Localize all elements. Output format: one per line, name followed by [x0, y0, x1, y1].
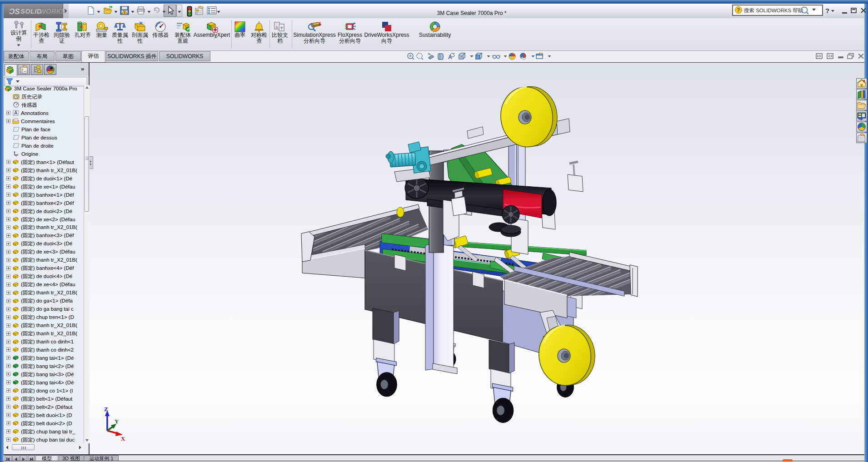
- svg-text:搜索 SOLIDWORKS 帮助: 搜索 SOLIDWORKS 帮助: [744, 8, 803, 13]
- svg-text:SOLID: SOLID: [20, 8, 42, 15]
- svg-text:WORKS: WORKS: [40, 8, 63, 15]
- svg-text:Y: Y: [115, 418, 119, 425]
- svg-text:=: =: [276, 25, 278, 30]
- svg-text:?: ?: [825, 7, 829, 15]
- svg-text:?: ?: [737, 7, 740, 13]
- svg-text:ƆS: ƆS: [9, 7, 20, 16]
- svg-text:Z: Z: [104, 406, 108, 412]
- svg-text:?: ?: [280, 26, 283, 30]
- svg-text:!: !: [124, 10, 125, 15]
- svg-text:A: A: [14, 110, 17, 115]
- svg-text:X: X: [121, 435, 125, 442]
